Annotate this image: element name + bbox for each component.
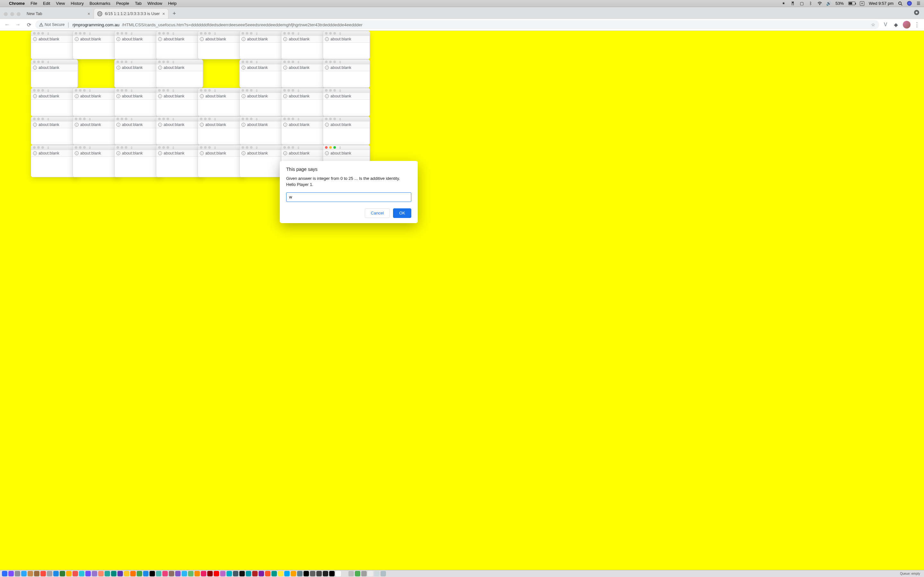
dock-app-icon[interactable]	[162, 571, 168, 576]
profile-avatar[interactable]	[903, 21, 911, 29]
popup-address-bar[interactable]: iabout:blank	[31, 121, 78, 128]
popup-address-bar[interactable]: iabout:blank	[240, 121, 286, 128]
popup-window[interactable]: ▯iabout:blank	[323, 31, 370, 59]
dock-app-icon[interactable]	[342, 571, 347, 576]
dock-app-icon[interactable]	[66, 571, 71, 576]
popup-titlebar[interactable]: ▯	[281, 60, 328, 64]
back-button[interactable]: ←	[3, 20, 11, 29]
popup-window[interactable]: ▯iabout:blank	[198, 145, 245, 177]
info-icon[interactable]: i	[200, 151, 204, 155]
extension-v-icon[interactable]: V	[881, 20, 890, 29]
dock-app-icon[interactable]	[40, 571, 46, 576]
popup-window[interactable]: ▯iabout:blank	[73, 116, 120, 145]
popup-titlebar[interactable]: ▯	[31, 88, 78, 93]
info-icon[interactable]: i	[75, 37, 79, 41]
reload-button[interactable]: ⟳	[24, 20, 33, 29]
info-icon[interactable]: i	[33, 151, 37, 155]
info-icon[interactable]: i	[242, 94, 246, 98]
popup-titlebar[interactable]: ▯	[115, 117, 161, 121]
info-icon[interactable]: i	[158, 123, 162, 127]
info-icon[interactable]: i	[283, 94, 287, 98]
popup-address-bar[interactable]: iabout:blank	[31, 150, 78, 157]
tab-new-tab[interactable]: New Tab ×	[23, 8, 94, 19]
popup-address-bar[interactable]: iabout:blank	[323, 35, 370, 43]
forward-button[interactable]: →	[13, 20, 23, 29]
dock-app-icon[interactable]	[349, 571, 354, 576]
omnibox[interactable]: Not Secure │ rjmprogramming.com.au/HTMLC…	[35, 20, 879, 29]
popup-window[interactable]: ▯iabout:blank	[156, 59, 203, 88]
dock-app-icon[interactable]	[201, 571, 206, 576]
dock-app-icon[interactable]	[118, 571, 123, 576]
menu-bookmarks[interactable]: Bookmarks	[89, 1, 110, 6]
popup-window[interactable]: ▯iabout:blank	[156, 31, 203, 59]
info-icon[interactable]: i	[325, 37, 329, 41]
menu-history[interactable]: History	[71, 1, 83, 6]
info-icon[interactable]: i	[75, 151, 79, 155]
dock-app-icon[interactable]	[271, 571, 277, 576]
dock-app-icon[interactable]	[220, 571, 226, 576]
popup-titlebar[interactable]: ▯	[281, 145, 328, 150]
info-icon[interactable]: i	[33, 123, 37, 127]
popup-titlebar[interactable]: ▯	[198, 117, 244, 121]
popup-titlebar[interactable]: ▯	[156, 88, 203, 93]
popup-titlebar[interactable]: ▯	[156, 117, 203, 121]
popup-titlebar[interactable]: ▯	[198, 31, 244, 35]
popup-window[interactable]: ▯iabout:blank	[31, 88, 78, 116]
dock-app-icon[interactable]	[374, 571, 380, 576]
info-icon[interactable]: i	[242, 66, 246, 69]
bookmark-star-icon[interactable]: ☆	[871, 22, 875, 27]
menu-help[interactable]: Help	[168, 1, 177, 6]
dock-app-icon[interactable]	[86, 571, 91, 576]
popup-address-bar[interactable]: iabout:blank	[281, 121, 328, 128]
popup-titlebar[interactable]: ▯	[73, 117, 120, 121]
dock-app-icon[interactable]	[15, 571, 20, 576]
popup-address-bar[interactable]: iabout:blank	[115, 35, 161, 43]
popup-address-bar[interactable]: iabout:blank	[31, 64, 78, 71]
dock-app-icon[interactable]	[233, 571, 238, 576]
popup-window[interactable]: ▯iabout:blank	[281, 31, 328, 59]
tab-close-icon[interactable]: ×	[87, 11, 90, 16]
dock-app-icon[interactable]	[156, 571, 162, 576]
menu-window[interactable]: Window	[147, 1, 162, 6]
popup-window[interactable]: ▯iabout:blank	[239, 88, 286, 116]
popup-address-bar[interactable]: iabout:blank	[31, 93, 78, 100]
tab-active[interactable]: 6/15 1:1:1:2:1/3:3:3:3:3 is User ×	[94, 8, 168, 19]
popup-window[interactable]: ▯iabout:blank	[114, 116, 162, 145]
dock-app-icon[interactable]	[2, 571, 7, 576]
menubar-m-icon[interactable]: ᛗ	[790, 1, 795, 6]
dock-app-icon[interactable]	[143, 571, 149, 576]
dock-app-icon[interactable]	[252, 571, 258, 576]
info-icon[interactable]: i	[283, 37, 287, 41]
popup-titlebar[interactable]: ▯	[281, 31, 328, 35]
info-icon[interactable]: i	[116, 94, 120, 98]
popup-address-bar[interactable]: iabout:blank	[323, 121, 370, 128]
popup-address-bar[interactable]: iabout:blank	[156, 35, 203, 43]
dock-app-icon[interactable]	[47, 571, 52, 576]
menu-tab[interactable]: Tab	[135, 1, 142, 6]
info-icon[interactable]: i	[33, 66, 37, 69]
macos-dock[interactable]: Queue: empty	[0, 570, 924, 577]
dock-app-icon[interactable]	[226, 571, 232, 576]
dock-app-icon[interactable]	[60, 571, 65, 576]
info-icon[interactable]: i	[325, 94, 329, 98]
popup-titlebar[interactable]: ▯	[240, 117, 286, 121]
popup-address-bar[interactable]: iabout:blank	[31, 35, 78, 43]
popup-titlebar[interactable]: ▯	[73, 31, 120, 35]
popup-titlebar[interactable]: ▯	[198, 88, 244, 93]
popup-window[interactable]: ▯iabout:blank	[31, 59, 78, 88]
popup-address-bar[interactable]: iabout:blank	[73, 150, 120, 157]
dock-app-icon[interactable]	[92, 571, 97, 576]
extensions-puzzle-icon[interactable]	[892, 20, 901, 29]
popup-address-bar[interactable]: iabout:blank	[281, 64, 328, 71]
popup-window[interactable]: ▯iabout:blank	[198, 31, 245, 59]
popup-window[interactable]: ▯iabout:blank	[198, 116, 245, 145]
dock-app-icon[interactable]	[297, 571, 302, 576]
popup-titlebar[interactable]: ▯	[156, 31, 203, 35]
popup-window[interactable]: ▯iabout:blank	[156, 116, 203, 145]
spotlight-icon[interactable]	[898, 1, 903, 6]
dock-app-icon[interactable]	[105, 571, 110, 576]
popup-window[interactable]: ▯iabout:blank	[73, 88, 120, 116]
dock-app-icon[interactable]	[188, 571, 194, 576]
dock-app-icon[interactable]	[265, 571, 270, 576]
popup-address-bar[interactable]: iabout:blank	[240, 150, 286, 157]
